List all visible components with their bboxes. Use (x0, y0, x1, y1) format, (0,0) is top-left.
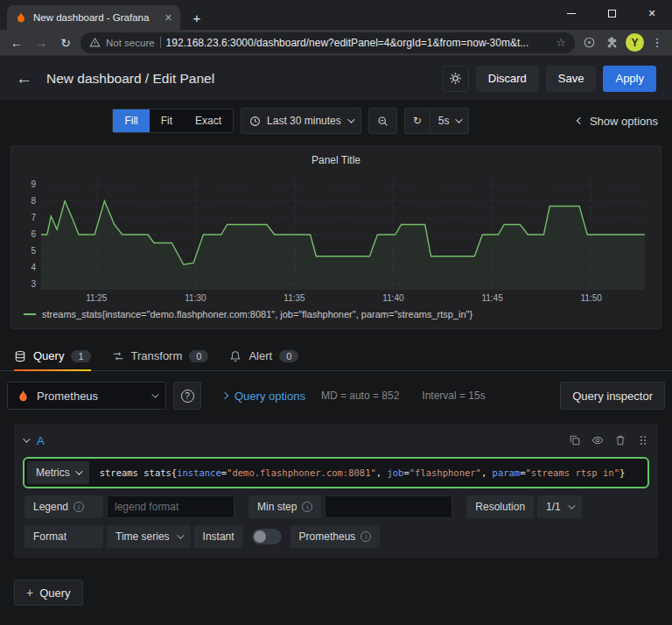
not-secure-warning-icon (89, 37, 101, 48)
legend-swatch (24, 313, 36, 315)
legend-format-input[interactable] (107, 495, 234, 518)
metrics-dropdown[interactable]: Metrics (27, 461, 89, 484)
window-minimize-button[interactable] (551, 0, 592, 26)
add-query-button[interactable]: + Query (14, 579, 83, 606)
datasource-help-button[interactable]: ? (173, 382, 201, 410)
address-divider (160, 37, 161, 48)
query-options-interval: Interval = 15s (422, 390, 485, 402)
browser-tab-strip: New dashboard - Grafana ✕ + ✕ (0, 0, 672, 30)
toggle-visibility-eye-icon[interactable] (592, 434, 604, 446)
resolution-label-text: Resolution (475, 501, 525, 513)
format-label-text: Format (33, 530, 66, 543)
time-range-label: Last 30 minutes (267, 115, 341, 127)
svg-text:9: 9 (31, 179, 36, 189)
reload-icon[interactable]: ↻ (56, 36, 75, 50)
time-range-picker[interactable]: Last 30 minutes (241, 108, 361, 134)
zoom-out-button[interactable] (368, 108, 397, 134)
bookmark-star-icon[interactable]: ☆ (556, 36, 566, 49)
window-close-button[interactable]: ✕ (632, 0, 672, 26)
collapse-chevron-icon[interactable] (23, 435, 30, 442)
timeseries-plot[interactable]: 345678911:2511:3011:3511:4011:4511:50 (20, 171, 650, 304)
svg-text:7: 7 (31, 213, 36, 222)
query-options-label: Query options (234, 390, 305, 403)
promql-editor-row: Metrics streams_stats{instance="demo.fla… (23, 457, 649, 488)
min-step-input[interactable] (325, 495, 452, 518)
forward-icon[interactable]: → (32, 36, 51, 50)
browser-tab[interactable]: New dashboard - Grafana ✕ (7, 5, 180, 30)
prometheus-hint-text: Prometheus (299, 530, 356, 543)
chart-legend[interactable]: streams_stats{instance="demo.flashphoner… (20, 304, 652, 327)
promql-expression-text: streams_stats{instance="demo.flashphoner… (100, 467, 626, 478)
svg-text:11:45: 11:45 (481, 293, 503, 303)
show-options-label: Show options (590, 115, 658, 128)
fill-mode-group: Fill Fit Exact (112, 109, 234, 133)
discard-button[interactable]: Discard (476, 66, 539, 92)
tab-transform[interactable]: Transform 0 (112, 341, 209, 370)
show-options-toggle[interactable]: Show options (578, 115, 662, 128)
refresh-interval-dropdown[interactable]: 5s (430, 109, 468, 133)
promql-expression-input[interactable]: streams_stats{instance="demo.flashphoner… (94, 467, 645, 478)
browser-menu-icon[interactable]: ⋮ (649, 36, 665, 49)
panel-title[interactable]: Panel Title (20, 151, 652, 171)
refresh-now-button[interactable]: ↻ (405, 109, 430, 133)
apply-button[interactable]: Apply (603, 66, 656, 92)
url-text[interactable]: 192.168.23.6:3000/dashboard/new?editPane… (166, 37, 551, 49)
info-icon: i (302, 502, 312, 512)
drag-handle-icon[interactable] (637, 434, 649, 446)
delete-query-trash-icon[interactable] (614, 434, 626, 446)
gear-icon (449, 72, 462, 85)
panel-settings-button[interactable] (443, 66, 469, 92)
page-title: New dashboard / Edit Panel (46, 71, 214, 87)
tab-query-label: Query (33, 349, 64, 362)
extension-icon[interactable] (580, 34, 598, 52)
back-icon[interactable]: ← (7, 36, 26, 50)
fill-mode-fit[interactable]: Fit (150, 109, 184, 132)
info-icon: i (74, 502, 84, 512)
legend-label-text: Legend (33, 501, 68, 513)
tab-transform-count: 0 (189, 350, 208, 362)
format-select[interactable]: Time series (107, 525, 191, 548)
chevron-down-icon (568, 502, 575, 509)
fill-mode-exact[interactable]: Exact (184, 109, 233, 132)
datasource-picker[interactable]: Prometheus (7, 382, 166, 410)
maximize-icon (608, 10, 616, 18)
query-options-toggle[interactable]: Query options (222, 390, 305, 403)
svg-text:11:25: 11:25 (86, 293, 108, 303)
min-step-field-label: Min step i (248, 495, 321, 518)
browser-window: New dashboard - Grafana ✕ + ✕ ← → ↻ Not … (0, 0, 672, 625)
new-tab-button[interactable]: + (186, 6, 208, 29)
panel-preview: Panel Title 345678911:2511:3011:3511:401… (10, 145, 662, 329)
instant-toggle[interactable] (252, 529, 282, 544)
extensions-puzzle-icon[interactable] (603, 34, 620, 52)
duplicate-query-icon[interactable] (569, 434, 581, 446)
chevron-down-icon (177, 531, 184, 538)
clock-icon (249, 116, 261, 127)
resolution-select[interactable]: 1/1 (537, 495, 582, 518)
query-inspector-button[interactable]: Query inspector (560, 382, 665, 410)
query-row-header[interactable]: A (23, 429, 649, 452)
tab-transform-label: Transform (131, 349, 183, 362)
tab-alert[interactable]: Alert 0 (229, 341, 298, 370)
legend-label: streams_stats{instance="demo.flashphoner… (42, 309, 472, 320)
format-value: Time series (116, 530, 170, 543)
tab-query[interactable]: Query 1 (14, 341, 91, 370)
security-label: Not secure (106, 38, 155, 48)
resolution-field-label: Resolution (466, 495, 534, 518)
address-bar[interactable]: Not secure 192.168.23.6:3000/dashboard/n… (80, 32, 575, 53)
info-icon: i (360, 531, 371, 542)
svg-text:3: 3 (31, 279, 36, 289)
tab-close-icon[interactable]: ✕ (164, 12, 172, 24)
add-query-label: Query (39, 586, 70, 600)
fill-mode-fill[interactable]: Fill (113, 109, 149, 132)
back-arrow-button[interactable]: ← (16, 69, 32, 88)
window-maximize-button[interactable] (592, 0, 632, 26)
tab-query-count: 1 (71, 350, 90, 362)
svg-text:6: 6 (31, 229, 36, 239)
svg-text:11:50: 11:50 (581, 293, 603, 303)
zoom-out-icon (377, 116, 388, 127)
header-actions: Discard Save Apply (443, 66, 656, 92)
save-button[interactable]: Save (546, 66, 597, 92)
profile-avatar[interactable]: Y (626, 33, 644, 52)
grafana-favicon-icon (15, 11, 27, 24)
query-row-actions (569, 434, 649, 446)
